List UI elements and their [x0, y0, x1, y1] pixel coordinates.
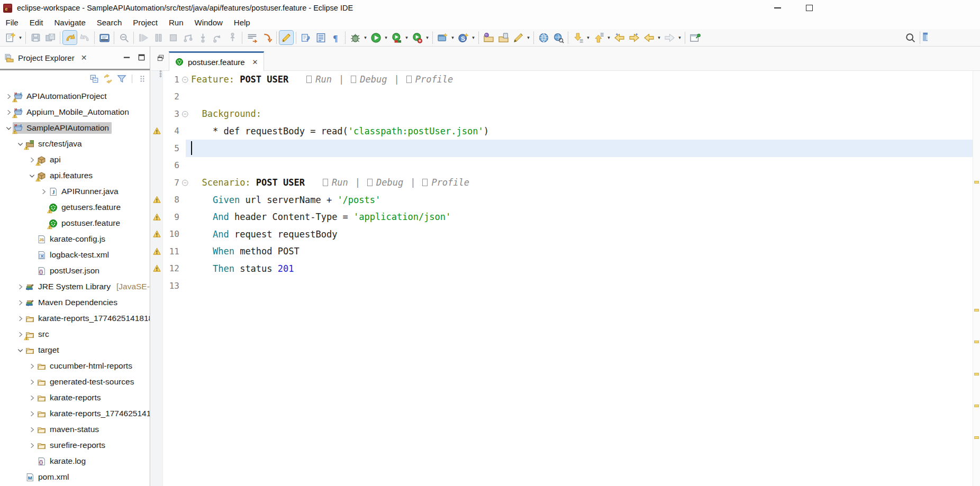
- display-selected-console-button[interactable]: [245, 31, 259, 44]
- tab-postuser-feature[interactable]: postuser.feature ✕: [169, 51, 264, 71]
- undo-button[interactable]: [63, 31, 77, 44]
- tree-item-apiautomationproject[interactable]: MJAPIAutomationProject: [0, 88, 150, 104]
- expand-arrow[interactable]: [16, 282, 24, 291]
- overview-warning-mark[interactable]: [974, 405, 979, 407]
- step-into-button[interactable]: [196, 31, 210, 44]
- view-menu-button[interactable]: [138, 74, 147, 84]
- new-web-wizard-button[interactable]: [435, 31, 449, 44]
- fold-toggle[interactable]: [179, 76, 191, 84]
- previous-annotation-button-dropdown[interactable]: ▾: [606, 35, 612, 40]
- redo-button[interactable]: [78, 31, 92, 44]
- expand-arrow[interactable]: [4, 108, 13, 116]
- restore-view-button[interactable]: [157, 54, 165, 62]
- terminate-button[interactable]: [166, 31, 180, 44]
- fold-toggle[interactable]: [179, 111, 191, 118]
- open-trace-button[interactable]: [260, 31, 274, 44]
- expand-arrow[interactable]: [16, 298, 24, 307]
- export-button[interactable]: [496, 31, 510, 44]
- close-icon[interactable]: ✕: [252, 58, 258, 66]
- web-search-button[interactable]: [551, 31, 565, 44]
- tree-item-jre-system-library[interactable]: JRE System Library [JavaSE-17]: [0, 279, 150, 295]
- tree-item-postuser-feature[interactable]: postuser.feature: [0, 215, 150, 231]
- codelens-run-link[interactable]: Run: [332, 177, 348, 188]
- codelens-profile-link[interactable]: Profile: [431, 177, 469, 188]
- debug-button[interactable]: [348, 31, 362, 44]
- collapse-all-button[interactable]: [89, 74, 99, 84]
- expand-arrow[interactable]: [16, 314, 24, 323]
- minimized-view-button[interactable]: [157, 70, 165, 78]
- tab-project-explorer[interactable]: Project Explorer ✕: [0, 53, 92, 62]
- tree-item-src[interactable]: src: [0, 326, 150, 342]
- tree-item-postuser-json[interactable]: {}postUser.json: [0, 263, 150, 279]
- save-button[interactable]: [29, 31, 42, 44]
- previous-annotation-button[interactable]: [592, 31, 605, 44]
- overview-warning-mark[interactable]: [974, 181, 979, 184]
- tree-item-src-test-java[interactable]: src/test/java: [0, 136, 150, 152]
- annotate-button[interactable]: [511, 31, 525, 44]
- expand-arrow[interactable]: [4, 92, 13, 100]
- expand-arrow[interactable]: [28, 393, 36, 402]
- codelens-debug-link[interactable]: Debug: [360, 74, 387, 85]
- tree-item-maven-status[interactable]: maven-status: [0, 421, 150, 437]
- expand-arrow[interactable]: [39, 187, 48, 196]
- tree-item-surefire-reports[interactable]: surefire-reports: [0, 437, 150, 453]
- filter-button[interactable]: [117, 74, 126, 84]
- open-web-browser-button[interactable]: [537, 31, 550, 44]
- forward-button[interactable]: [663, 31, 676, 44]
- link-with-editor-toggle[interactable]: [103, 74, 113, 84]
- expand-arrow[interactable]: [28, 155, 36, 164]
- new-server-button[interactable]: S: [456, 31, 470, 44]
- collapse-arrow[interactable]: [16, 140, 24, 148]
- collapse-arrow[interactable]: [4, 124, 13, 132]
- tree-item-maven-dependencies[interactable]: Maven Dependencies: [0, 295, 150, 310]
- forward-button-dropdown[interactable]: ▾: [677, 35, 683, 40]
- new-button[interactable]: [3, 31, 17, 44]
- minimize-button[interactable]: [768, 0, 786, 16]
- coverage-button-dropdown[interactable]: ▾: [404, 35, 410, 40]
- open-console-button[interactable]: [97, 31, 111, 44]
- overview-warning-mark[interactable]: [974, 436, 979, 439]
- codelens-run-link[interactable]: Run: [315, 74, 332, 85]
- expand-arrow[interactable]: [28, 362, 36, 370]
- resume-button[interactable]: [137, 31, 150, 44]
- maximize-button[interactable]: [800, 0, 818, 16]
- last-edit-location-button[interactable]: [612, 31, 626, 44]
- profile-button[interactable]: [410, 31, 424, 44]
- tree-item-karate-reports-1774625141818[interactable]: karate-reports_1774625141818: [0, 310, 150, 326]
- new-web-wizard-button-dropdown[interactable]: ▾: [450, 35, 456, 40]
- expand-arrow[interactable]: [16, 330, 24, 338]
- expand-arrow[interactable]: [28, 409, 36, 418]
- next-annotation-button[interactable]: [571, 31, 585, 44]
- run-button[interactable]: [369, 31, 383, 44]
- annotate-button-dropdown[interactable]: ▾: [525, 35, 531, 40]
- new-button-dropdown[interactable]: ▾: [17, 35, 23, 40]
- suspend-button[interactable]: [151, 31, 165, 44]
- new-server-button-dropdown[interactable]: ▾: [470, 35, 476, 40]
- toolbar-search-button[interactable]: [903, 31, 917, 45]
- code-editor[interactable]: 1Feature: POST USERRun|Debug|Profile23 B…: [151, 71, 973, 486]
- next-annotation-button-dropdown[interactable]: ▾: [585, 35, 591, 40]
- tree-item-api-features[interactable]: api.features: [0, 168, 150, 184]
- next-edit-location-button[interactable]: [627, 31, 641, 44]
- menu-file[interactable]: File: [0, 17, 24, 28]
- tree-item-getusers-feature[interactable]: getusers.feature: [0, 199, 150, 215]
- pin-editor-button[interactable]: [688, 31, 702, 44]
- overview-warning-mark[interactable]: [974, 309, 979, 311]
- disconnect-button[interactable]: [181, 31, 195, 44]
- menu-search[interactable]: Search: [91, 17, 128, 28]
- menu-navigate[interactable]: Navigate: [49, 17, 91, 28]
- back-button-dropdown[interactable]: ▾: [656, 35, 662, 40]
- overview-warning-mark[interactable]: [974, 373, 979, 375]
- tree-item-appium-mobile-automation[interactable]: MJAppium_Mobile_Automation: [0, 104, 150, 120]
- tree-item-logback-test-xml[interactable]: Xlogback-test.xml: [0, 247, 150, 263]
- link-with-editor-button[interactable]: [299, 31, 313, 44]
- tree-item-cucumber-html-reports[interactable]: cucumber-html-reports: [0, 358, 150, 374]
- inspect-button[interactable]: [117, 31, 131, 44]
- menu-window[interactable]: Window: [189, 17, 228, 28]
- menu-edit[interactable]: Edit: [24, 17, 49, 28]
- save-all-button[interactable]: [43, 31, 57, 44]
- maximize-view-button[interactable]: [138, 53, 146, 61]
- overview-warning-mark[interactable]: [974, 341, 979, 343]
- fold-toggle[interactable]: [179, 179, 191, 187]
- tree-item-target[interactable]: target: [0, 342, 150, 358]
